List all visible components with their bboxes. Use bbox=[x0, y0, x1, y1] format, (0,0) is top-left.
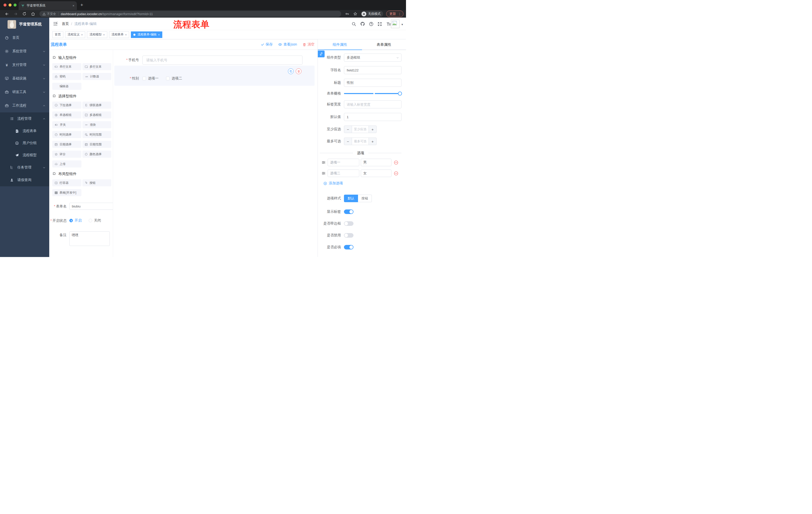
tab-form-props[interactable]: 表单属性 bbox=[362, 39, 406, 50]
show-label-toggle[interactable] bbox=[344, 210, 353, 214]
sidebar-item-user-group[interactable]: 用户分组 bbox=[0, 137, 49, 149]
palette-item-row-container[interactable]: 行容器 bbox=[52, 179, 81, 186]
stepper-minus-button[interactable]: − bbox=[344, 138, 352, 145]
slider-handle[interactable] bbox=[398, 91, 402, 96]
sidebar-item-workflow[interactable]: 工作流程 bbox=[0, 99, 49, 112]
hamburger-icon[interactable] bbox=[53, 21, 58, 26]
palette-item-checkbox-group[interactable]: 多选框组 bbox=[82, 111, 112, 118]
checkbox-box[interactable] bbox=[142, 77, 146, 80]
drag-handle-icon[interactable] bbox=[322, 171, 326, 175]
remove-option-button[interactable] bbox=[394, 171, 399, 176]
palette-item-single-text[interactable]: 单行文本 bbox=[52, 63, 81, 70]
palette-item-time-range[interactable]: 时间范围 bbox=[82, 131, 112, 138]
github-icon[interactable] bbox=[360, 21, 365, 26]
palette-item-slider[interactable]: 滑块 bbox=[82, 121, 112, 128]
canvas-phone-field[interactable]: *手机号 bbox=[113, 56, 302, 64]
user-avatar[interactable] bbox=[391, 20, 400, 28]
form-grid-slider[interactable] bbox=[344, 91, 402, 96]
gender-checkbox-1[interactable]: 选项一 bbox=[142, 76, 158, 81]
label-width-input[interactable] bbox=[344, 100, 402, 108]
gender-checkbox-2[interactable]: 选项二 bbox=[166, 76, 182, 81]
traffic-light-minimize[interactable] bbox=[8, 3, 11, 6]
save-button[interactable]: 保存 bbox=[261, 42, 272, 47]
palette-item-date-range[interactable]: 日期范围 bbox=[82, 141, 112, 148]
link-tab[interactable] bbox=[318, 51, 325, 57]
add-option-button[interactable]: 添加选项 bbox=[323, 181, 402, 186]
tag-home[interactable]: 首页 bbox=[52, 31, 63, 38]
tag-close-icon[interactable]: × bbox=[158, 33, 160, 36]
avatar-caret-icon[interactable]: ▼ bbox=[401, 23, 404, 26]
browser-tab[interactable]: 芋道管理系统 × bbox=[19, 1, 77, 10]
palette-item-color-picker[interactable]: 颜色选择 bbox=[82, 151, 112, 158]
option-2-label-input[interactable] bbox=[328, 169, 359, 177]
stepper-value[interactable]: 至少应选 bbox=[352, 126, 369, 133]
title-input[interactable] bbox=[344, 79, 402, 87]
form-canvas[interactable]: *手机号 *性别 选项一 选项二 bbox=[113, 50, 318, 257]
tag-process-form-edit[interactable]: 流程表单-编辑× bbox=[131, 31, 162, 38]
copy-component-button[interactable] bbox=[288, 69, 294, 74]
required-toggle[interactable] bbox=[344, 245, 353, 249]
palette-item-editor[interactable]: 编辑器 bbox=[52, 83, 81, 90]
palette-item-table[interactable]: 表格[开发中] bbox=[52, 189, 81, 196]
remove-option-button[interactable] bbox=[394, 160, 399, 165]
checkbox-box[interactable] bbox=[166, 77, 170, 80]
fullscreen-icon[interactable] bbox=[377, 22, 382, 26]
update-button[interactable]: 更新 ⋮ bbox=[386, 10, 404, 17]
sidebar-item-process-model[interactable]: 流程模型 bbox=[0, 149, 49, 161]
option-2-value-input[interactable] bbox=[361, 169, 392, 177]
stepper-minus-button[interactable]: − bbox=[344, 126, 352, 133]
font-size-icon[interactable] bbox=[386, 21, 391, 26]
form-name-input[interactable] bbox=[69, 203, 113, 210]
sidebar-item-process-mgmt[interactable]: 流程管理 bbox=[0, 112, 49, 125]
sidebar-item-task-mgmt[interactable]: 任务管理 bbox=[0, 161, 49, 174]
component-type-select[interactable]: 多选框组 bbox=[344, 54, 402, 62]
palette-item-multi-text[interactable]: 多行文本 bbox=[82, 63, 112, 70]
forward-icon[interactable] bbox=[13, 12, 18, 16]
back-icon[interactable] bbox=[5, 12, 9, 16]
sidebar-item-leave-query[interactable]: 请假查询 bbox=[0, 174, 49, 186]
sidebar-item-payment[interactable]: ¥ 支付管理 bbox=[0, 58, 49, 72]
traffic-light-zoom[interactable] bbox=[13, 3, 17, 6]
status-radio-off[interactable]: 关闭 bbox=[89, 218, 101, 223]
stepper-plus-button[interactable]: + bbox=[369, 126, 376, 133]
field-name-input[interactable] bbox=[344, 66, 402, 74]
palette-item-button[interactable]: 按钮 bbox=[82, 179, 112, 186]
address-bar[interactable]: 不安全 dashboard.yudao.iocoder.cn/bpm/manag… bbox=[39, 11, 341, 17]
palette-item-rate[interactable]: 评分 bbox=[52, 151, 81, 158]
help-icon[interactable] bbox=[369, 22, 374, 26]
new-tab-button[interactable]: + bbox=[80, 2, 83, 8]
palette-item-upload[interactable]: 上传 bbox=[52, 160, 81, 167]
style-default-button[interactable]: 默认 bbox=[344, 195, 358, 202]
password-key-icon[interactable] bbox=[345, 12, 349, 16]
phone-input[interactable] bbox=[142, 56, 302, 64]
sidebar-item-process-form[interactable]: 流程表单 bbox=[0, 125, 49, 137]
tag-close-icon[interactable]: × bbox=[125, 33, 127, 36]
bookmark-star-icon[interactable] bbox=[353, 12, 357, 16]
drag-handle-icon[interactable] bbox=[322, 160, 326, 164]
palette-item-counter[interactable]: 计数器 bbox=[82, 73, 112, 80]
tag-process-model[interactable]: 流程模型× bbox=[87, 31, 107, 38]
form-remark-textarea[interactable]: 嘿嘿 bbox=[69, 231, 110, 246]
sidebar-item-infra[interactable]: 基础设施 bbox=[0, 72, 49, 85]
search-icon[interactable] bbox=[351, 22, 356, 26]
tab-component-props[interactable]: 组件属性 bbox=[318, 39, 362, 50]
delete-component-button[interactable] bbox=[296, 69, 301, 74]
tag-process-form[interactable]: 流程表单× bbox=[109, 31, 129, 38]
palette-item-dropdown[interactable]: 下拉选择 bbox=[52, 102, 81, 109]
canvas-selected-component[interactable]: *性别 选项一 选项二 bbox=[114, 65, 315, 86]
option-1-label-input[interactable] bbox=[328, 159, 359, 166]
tag-process-definition[interactable]: 流程定义× bbox=[65, 31, 85, 38]
breadcrumb-home[interactable]: 首页 bbox=[62, 22, 69, 26]
sidebar-item-system[interactable]: 系统管理 bbox=[0, 45, 49, 58]
home-icon[interactable] bbox=[31, 12, 35, 16]
palette-item-radio-group[interactable]: 单选框组 bbox=[52, 111, 81, 118]
palette-item-time-picker[interactable]: 时间选择 bbox=[52, 131, 81, 138]
default-value-input[interactable] bbox=[344, 113, 402, 121]
palette-item-switch[interactable]: 开关 bbox=[52, 121, 81, 128]
stepper-plus-button[interactable]: + bbox=[369, 138, 376, 145]
disabled-toggle[interactable] bbox=[344, 233, 353, 238]
style-button-button[interactable]: 按钮 bbox=[358, 195, 372, 202]
reload-icon[interactable] bbox=[22, 12, 26, 16]
traffic-light-close[interactable] bbox=[3, 3, 6, 6]
view-json-button[interactable]: 查看json bbox=[278, 42, 297, 47]
